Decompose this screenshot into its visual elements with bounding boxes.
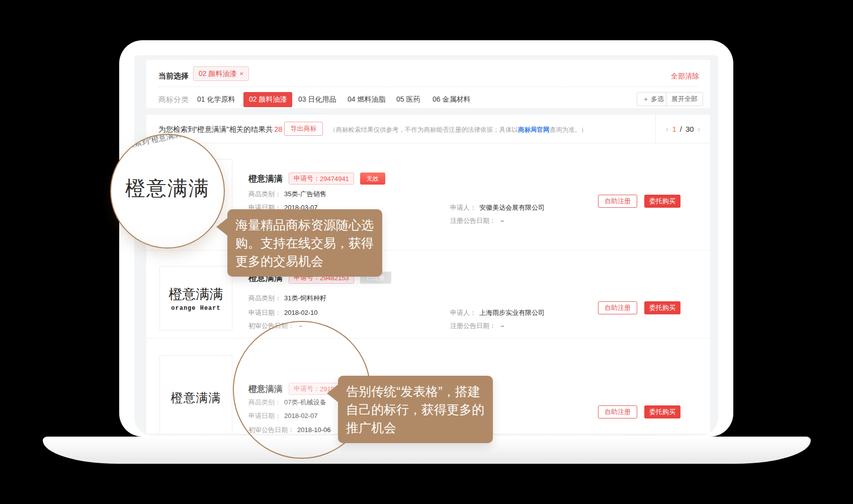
entrust-buy-button[interactable]: 委托购买 <box>644 301 680 314</box>
tooltip-text: 海量精品商标资源随心选 购。支持在线交易，获得 更多的交易机会 <box>235 216 374 270</box>
tooltip-arrow <box>216 217 228 236</box>
clear-all-link[interactable]: 全部清除 <box>671 72 699 81</box>
trademark-image[interactable]: 橙意满满 <box>159 355 232 434</box>
trademark-image-text: 橙意满满 <box>169 285 223 303</box>
multi-select-button[interactable]: ＋ 多选 <box>637 92 669 106</box>
tooltip-arrow <box>327 384 339 403</box>
selected-filter-tag-label: 02 颜料油漆 <box>199 69 236 78</box>
reg-pub-group: 注册公告日期：－ <box>450 216 505 225</box>
page: 当前选择 02 颜料油漆 × 全部清除 商标分类 01 化学原料 02 颜料油漆… <box>0 0 853 504</box>
expand-all-button[interactable]: 展开全部 <box>666 92 703 106</box>
current-page: 1 <box>672 125 676 133</box>
summary-middle: 相关的结果共 <box>229 125 273 133</box>
filter-panel: 当前选择 02 颜料油漆 × 全部清除 商标分类 01 化学原料 02 颜料油漆… <box>146 60 710 108</box>
results-header: 为您检索到“橙意满满”相关的结果共28个 导出商标 （商标检索结果仅供参考，不作… <box>146 115 710 143</box>
apply-date-value: 2018-02-10 <box>284 309 318 316</box>
tooltip-bubble-promo: 告别传统“发表格”，搭建 自己的标行，获得更多的 推广机会 <box>338 376 493 443</box>
apply-line: 申请日期：2018-02-10 申请人：上海雨步实业有限公司 <box>248 308 631 317</box>
category-tab-03[interactable]: 03 日化用品 <box>298 95 336 104</box>
category-line: 商品类别：35类-广告销售 <box>248 190 326 199</box>
applicant-group: 申请人：上海雨步实业有限公司 <box>450 308 545 317</box>
status-badge: 无效 <box>360 173 385 185</box>
entrust-buy-button[interactable]: 委托购买 <box>644 405 680 418</box>
app-no-value: 29474941 <box>320 175 349 183</box>
self-register-button[interactable]: 自助注册 <box>598 301 637 314</box>
category-tab-06[interactable]: 06 金属材料 <box>433 95 470 104</box>
results-summary: 为您检索到“橙意满满”相关的结果共28个 <box>158 125 291 134</box>
next-page-icon[interactable]: › <box>698 124 701 134</box>
category-label: 商品类别： <box>248 190 281 198</box>
applicant-group: 申请人：安徽美达会展有限公司 <box>450 203 545 212</box>
reg-pub-value: － <box>499 322 505 329</box>
trademark-name[interactable]: 橙意满满 <box>248 173 283 185</box>
trademark-image-subtext: orange Heart <box>171 305 220 312</box>
category-tab-05[interactable]: 05 医药 <box>396 95 420 104</box>
tag-close-icon[interactable]: × <box>239 70 243 77</box>
tooltip-text: 告别传统“发表格”，搭建 自己的标行，获得更多的 推广机会 <box>346 382 485 437</box>
reg-pub-label: 注册公告日期： <box>450 217 496 224</box>
self-register-button[interactable]: 自助注册 <box>598 405 637 418</box>
pagination: ‹ 1 / 30 › <box>655 115 710 143</box>
magnifier-circle-top: 检索到“橙意满满” 橙意满满 <box>110 134 225 248</box>
reg-pub-label: 注册公告日期： <box>450 322 496 329</box>
summary-count: 28 <box>273 125 284 133</box>
reg-pub-group: 注册公告日期：－ <box>450 321 505 330</box>
current-selection-label: 当前选择 <box>158 71 189 81</box>
prev-page-icon[interactable]: ‹ <box>666 124 669 134</box>
summary-prefix: 为您检索到 <box>158 125 195 133</box>
category-label: 商品类别： <box>248 294 281 302</box>
disclaimer-prefix: （商标检索结果仅供参考，不作为商标能否注册的法律依据；具体以 <box>329 126 518 133</box>
row-title-line: 橙意满满 申请号：29474941 无效 <box>248 173 385 185</box>
applicant-label: 申请人： <box>450 309 476 316</box>
category-tab-01[interactable]: 01 化学原料 <box>197 95 235 104</box>
trademark-image[interactable]: 橙意满满 orange Heart <box>159 266 232 330</box>
tooltip-bubble-trade: 海量精品商标资源随心选 购。支持在线交易，获得 更多的交易机会 <box>227 209 382 277</box>
export-trademark-button[interactable]: 导出商标 <box>284 122 323 136</box>
application-number-tag: 申请号：29474941 <box>289 173 354 185</box>
page-separator: / <box>680 125 682 133</box>
category-tab-02-active[interactable]: 02 颜料油漆 <box>243 92 292 107</box>
category-line: 商品类别：31类-饲料种籽 <box>248 294 326 303</box>
row-actions: 自助注册 委托购买 <box>598 301 680 314</box>
applicant-value: 安徽美达会展有限公司 <box>479 204 545 211</box>
apply-date-label: 申请日期： <box>248 309 281 316</box>
category-value: 31类-饲料种籽 <box>284 294 326 302</box>
self-register-button[interactable]: 自助注册 <box>598 195 637 208</box>
reg-pub-value: － <box>499 217 505 224</box>
applicant-label: 申请人： <box>450 204 476 211</box>
total-pages: 30 <box>686 125 694 133</box>
category-value: 35类-广告销售 <box>284 190 326 198</box>
trademark-image-text: 橙意满满 <box>171 390 221 406</box>
row-actions: 自助注册 委托购买 <box>598 195 680 208</box>
magnified-trademark-text: 橙意满满 <box>111 175 224 202</box>
app-no-label: 申请号： <box>294 174 320 183</box>
applicant-value: 上海雨步实业有限公司 <box>479 309 545 316</box>
trademark-office-link[interactable]: 商标局官网 <box>518 126 550 133</box>
category-row-label: 商标分类 <box>158 95 189 105</box>
selected-filter-tag[interactable]: 02 颜料油漆 × <box>193 66 249 81</box>
category-tab-04[interactable]: 04 燃料油脂 <box>348 95 385 104</box>
summary-query: “橙意满满” <box>195 125 229 133</box>
disclaimer-text: （商标检索结果仅供参考，不作为商标能否注册的法律依据；具体以商标局官网查询为准。… <box>329 126 587 134</box>
row-actions: 自助注册 委托购买 <box>598 405 680 418</box>
disclaimer-suffix: 查询为准。） <box>550 126 587 133</box>
divider <box>158 87 698 87</box>
entrust-buy-button[interactable]: 委托购买 <box>644 195 680 208</box>
